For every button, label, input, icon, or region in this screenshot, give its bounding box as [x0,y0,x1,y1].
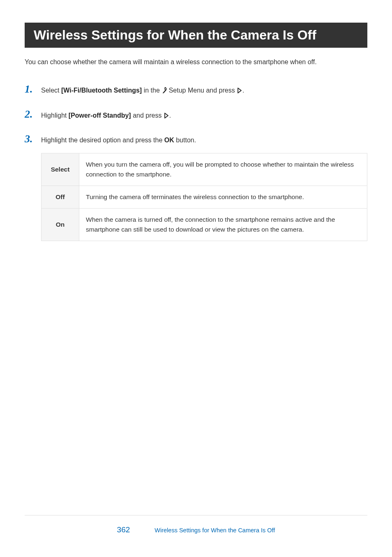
table-row: On When the camera is turned off, the co… [42,208,367,241]
step-number: 2. [25,109,41,120]
page-title: Wireless Settings for When the Camera Is… [25,23,367,48]
text-fragment: . [242,87,244,94]
option-label: Select [42,153,79,186]
intro-text: You can choose whether the camera will m… [25,58,367,66]
right-arrow-icon [237,88,242,93]
step-number: 1. [25,84,41,95]
option-label: On [42,208,79,241]
table-row: Select When you turn the camera off, you… [42,153,367,186]
text-fragment: and press [131,112,164,119]
text-fragment: Select [41,87,61,94]
step-number: 3. [25,134,41,144]
wrench-icon [161,87,167,93]
step-2: 2. Highlight [Power-off Standby] and pre… [25,109,367,121]
option-description: When the camera is turned off, the conne… [79,208,367,241]
step-text: Highlight the desired option and press t… [41,135,367,241]
text-fragment: Highlight the desired option and press t… [41,137,164,144]
table-row: Off Turning the camera off terminates th… [42,186,367,208]
step-text: Select [Wi-Fi/Bluetooth Settings] in the… [41,85,367,96]
text-fragment: Setup Menu and press [167,87,237,94]
text-fragment: button. [174,137,196,144]
text-fragment: Highlight [41,112,69,119]
text-fragment: in the [142,87,161,94]
step-1: 1. Select [Wi-Fi/Bluetooth Settings] in … [25,84,367,96]
option-label: Off [42,186,79,208]
options-table: Select When you turn the camera off, you… [41,153,367,241]
footer-section-label: Wireless Settings for When the Camera Is… [154,527,275,534]
menu-item-label: [Power-off Standby] [69,112,131,119]
page-number: 362 [117,525,130,534]
option-description: When you turn the camera off, you will b… [79,153,367,186]
step-text: Highlight [Power-off Standby] and press … [41,110,367,121]
option-description: Turning the camera off terminates the wi… [79,186,367,208]
steps-list: 1. Select [Wi-Fi/Bluetooth Settings] in … [25,84,367,241]
right-arrow-icon [164,113,169,118]
text-fragment: . [169,112,171,119]
button-name: OK [164,137,174,144]
step-3: 3. Highlight the desired option and pres… [25,134,367,241]
page-footer: 362 Wireless Settings for When the Camer… [25,515,367,534]
menu-item-label: [Wi-Fi/Bluetooth Settings] [61,87,142,94]
